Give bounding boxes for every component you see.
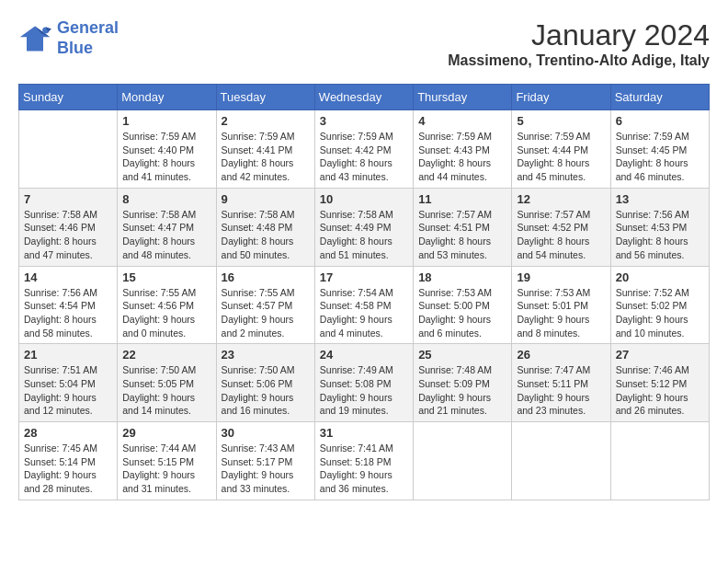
day-number: 12 bbox=[517, 192, 605, 206]
cell-content: Sunrise: 7:59 AMSunset: 4:42 PMDaylight:… bbox=[320, 130, 408, 184]
logo-text: General Blue bbox=[57, 18, 119, 58]
cell-content: Sunrise: 7:57 AMSunset: 4:52 PMDaylight:… bbox=[517, 208, 605, 262]
calendar-cell: 23Sunrise: 7:50 AMSunset: 5:06 PMDayligh… bbox=[216, 344, 314, 422]
cell-content: Sunrise: 7:48 AMSunset: 5:09 PMDaylight:… bbox=[418, 363, 506, 418]
cell-content: Sunrise: 7:59 AMSunset: 4:44 PMDaylight:… bbox=[517, 130, 605, 184]
calendar-cell: 24Sunrise: 7:49 AMSunset: 5:08 PMDayligh… bbox=[314, 344, 413, 422]
day-number: 28 bbox=[24, 426, 112, 440]
day-number: 23 bbox=[222, 348, 310, 362]
month-title: January 2024 bbox=[448, 18, 710, 52]
cell-content: Sunrise: 7:41 AMSunset: 5:18 PMDaylight:… bbox=[320, 442, 408, 496]
day-number: 14 bbox=[24, 270, 112, 284]
day-number: 29 bbox=[122, 426, 210, 440]
cell-content: Sunrise: 7:46 AMSunset: 5:12 PMDaylight:… bbox=[616, 363, 704, 418]
calendar-cell: 31Sunrise: 7:41 AMSunset: 5:18 PMDayligh… bbox=[314, 422, 413, 500]
cell-content: Sunrise: 7:59 AMSunset: 4:43 PMDaylight:… bbox=[418, 130, 506, 184]
calendar-cell bbox=[512, 422, 610, 500]
weekday-header-cell: Friday bbox=[512, 85, 610, 110]
cell-content: Sunrise: 7:50 AMSunset: 5:05 PMDaylight:… bbox=[122, 363, 210, 418]
cell-content: Sunrise: 7:58 AMSunset: 4:49 PMDaylight:… bbox=[320, 208, 408, 262]
day-number: 9 bbox=[222, 192, 310, 206]
calendar-cell: 3Sunrise: 7:59 AMSunset: 4:42 PMDaylight… bbox=[314, 110, 413, 189]
calendar-cell: 9Sunrise: 7:58 AMSunset: 4:48 PMDaylight… bbox=[216, 188, 314, 266]
title-block: January 2024 Massimeno, Trentino-Alto Ad… bbox=[448, 18, 710, 69]
cell-content: Sunrise: 7:55 AMSunset: 4:56 PMDaylight:… bbox=[122, 286, 210, 340]
cell-content: Sunrise: 7:59 AMSunset: 4:45 PMDaylight:… bbox=[616, 130, 704, 184]
calendar-cell: 19Sunrise: 7:53 AMSunset: 5:01 PMDayligh… bbox=[512, 266, 610, 344]
calendar-table: SundayMondayTuesdayWednesdayThursdayFrid… bbox=[18, 84, 710, 500]
cell-content: Sunrise: 7:58 AMSunset: 4:47 PMDaylight:… bbox=[122, 208, 210, 262]
calendar-week-row: 1Sunrise: 7:59 AMSunset: 4:40 PMDaylight… bbox=[19, 110, 710, 189]
day-number: 11 bbox=[418, 192, 506, 206]
day-number: 8 bbox=[122, 192, 210, 206]
cell-content: Sunrise: 7:54 AMSunset: 4:58 PMDaylight:… bbox=[320, 286, 408, 340]
calendar-cell: 10Sunrise: 7:58 AMSunset: 4:49 PMDayligh… bbox=[314, 188, 413, 266]
calendar-cell: 12Sunrise: 7:57 AMSunset: 4:52 PMDayligh… bbox=[512, 188, 610, 266]
day-number: 27 bbox=[616, 348, 704, 362]
calendar-week-row: 14Sunrise: 7:56 AMSunset: 4:54 PMDayligh… bbox=[19, 266, 710, 344]
cell-content: Sunrise: 7:57 AMSunset: 4:51 PMDaylight:… bbox=[418, 208, 506, 262]
cell-content: Sunrise: 7:59 AMSunset: 4:40 PMDaylight:… bbox=[122, 130, 210, 184]
day-number: 17 bbox=[320, 270, 408, 284]
cell-content: Sunrise: 7:55 AMSunset: 4:57 PMDaylight:… bbox=[222, 286, 310, 340]
calendar-cell: 1Sunrise: 7:59 AMSunset: 4:40 PMDaylight… bbox=[118, 110, 216, 189]
day-number: 20 bbox=[616, 270, 704, 284]
calendar-cell: 20Sunrise: 7:52 AMSunset: 5:02 PMDayligh… bbox=[610, 266, 709, 344]
cell-content: Sunrise: 7:56 AMSunset: 4:54 PMDaylight:… bbox=[24, 286, 112, 340]
cell-content: Sunrise: 7:43 AMSunset: 5:17 PMDaylight:… bbox=[222, 442, 310, 496]
calendar-body: 1Sunrise: 7:59 AMSunset: 4:40 PMDaylight… bbox=[19, 110, 710, 500]
cell-content: Sunrise: 7:58 AMSunset: 4:46 PMDaylight:… bbox=[24, 208, 112, 262]
calendar-week-row: 7Sunrise: 7:58 AMSunset: 4:46 PMDaylight… bbox=[19, 188, 710, 266]
calendar-cell: 17Sunrise: 7:54 AMSunset: 4:58 PMDayligh… bbox=[314, 266, 413, 344]
calendar-cell: 30Sunrise: 7:43 AMSunset: 5:17 PMDayligh… bbox=[216, 422, 314, 500]
calendar-week-row: 21Sunrise: 7:51 AMSunset: 5:04 PMDayligh… bbox=[19, 344, 710, 422]
day-number: 10 bbox=[320, 192, 408, 206]
calendar-cell: 15Sunrise: 7:55 AMSunset: 4:56 PMDayligh… bbox=[118, 266, 216, 344]
calendar-cell bbox=[19, 110, 118, 189]
cell-content: Sunrise: 7:45 AMSunset: 5:14 PMDaylight:… bbox=[24, 442, 112, 496]
logo: General Blue bbox=[18, 18, 119, 58]
weekday-header-cell: Wednesday bbox=[314, 85, 413, 110]
weekday-header-cell: Thursday bbox=[414, 85, 512, 110]
day-number: 4 bbox=[418, 114, 506, 128]
calendar-cell: 11Sunrise: 7:57 AMSunset: 4:51 PMDayligh… bbox=[414, 188, 512, 266]
cell-content: Sunrise: 7:52 AMSunset: 5:02 PMDaylight:… bbox=[616, 286, 704, 340]
weekday-header-row: SundayMondayTuesdayWednesdayThursdayFrid… bbox=[19, 85, 710, 110]
cell-content: Sunrise: 7:44 AMSunset: 5:15 PMDaylight:… bbox=[122, 442, 210, 496]
weekday-header-cell: Sunday bbox=[19, 85, 118, 110]
cell-content: Sunrise: 7:50 AMSunset: 5:06 PMDaylight:… bbox=[222, 363, 310, 418]
calendar-cell: 16Sunrise: 7:55 AMSunset: 4:57 PMDayligh… bbox=[216, 266, 314, 344]
calendar-cell: 14Sunrise: 7:56 AMSunset: 4:54 PMDayligh… bbox=[19, 266, 118, 344]
calendar-cell bbox=[610, 422, 709, 500]
day-number: 15 bbox=[122, 270, 210, 284]
calendar-cell: 28Sunrise: 7:45 AMSunset: 5:14 PMDayligh… bbox=[19, 422, 118, 500]
day-number: 1 bbox=[122, 114, 210, 128]
cell-content: Sunrise: 7:49 AMSunset: 5:08 PMDaylight:… bbox=[320, 363, 408, 418]
location-title: Massimeno, Trentino-Alto Adige, Italy bbox=[448, 52, 710, 69]
day-number: 24 bbox=[320, 348, 408, 362]
weekday-header-cell: Tuesday bbox=[216, 85, 314, 110]
weekday-header-cell: Saturday bbox=[610, 85, 709, 110]
day-number: 18 bbox=[418, 270, 506, 284]
calendar-cell: 26Sunrise: 7:47 AMSunset: 5:11 PMDayligh… bbox=[512, 344, 610, 422]
calendar-cell: 8Sunrise: 7:58 AMSunset: 4:47 PMDaylight… bbox=[118, 188, 216, 266]
page-header: General Blue January 2024 Massimeno, Tre… bbox=[18, 18, 710, 69]
day-number: 7 bbox=[24, 192, 112, 206]
logo-line2: Blue bbox=[57, 39, 93, 57]
cell-content: Sunrise: 7:53 AMSunset: 5:01 PMDaylight:… bbox=[517, 286, 605, 340]
day-number: 16 bbox=[222, 270, 310, 284]
day-number: 31 bbox=[320, 426, 408, 440]
calendar-cell: 5Sunrise: 7:59 AMSunset: 4:44 PMDaylight… bbox=[512, 110, 610, 189]
calendar-cell: 7Sunrise: 7:58 AMSunset: 4:46 PMDaylight… bbox=[19, 188, 118, 266]
day-number: 19 bbox=[517, 270, 605, 284]
day-number: 6 bbox=[616, 114, 704, 128]
calendar-cell: 25Sunrise: 7:48 AMSunset: 5:09 PMDayligh… bbox=[414, 344, 512, 422]
calendar-cell: 2Sunrise: 7:59 AMSunset: 4:41 PMDaylight… bbox=[216, 110, 314, 189]
calendar-cell: 29Sunrise: 7:44 AMSunset: 5:15 PMDayligh… bbox=[118, 422, 216, 500]
day-number: 26 bbox=[517, 348, 605, 362]
logo-line1: General bbox=[57, 18, 119, 37]
logo-icon bbox=[18, 22, 51, 55]
calendar-cell: 27Sunrise: 7:46 AMSunset: 5:12 PMDayligh… bbox=[610, 344, 709, 422]
day-number: 30 bbox=[222, 426, 310, 440]
calendar-cell: 22Sunrise: 7:50 AMSunset: 5:05 PMDayligh… bbox=[118, 344, 216, 422]
